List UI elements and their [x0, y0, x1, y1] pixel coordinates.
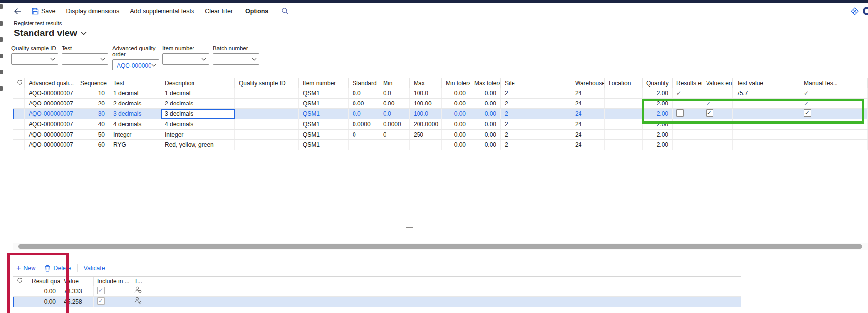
cell-sequence[interactable]: 60	[76, 140, 109, 150]
cell-warehouse[interactable]: 24	[571, 109, 605, 119]
column-header-order[interactable]: Advanced quali...↑	[25, 78, 76, 88]
chevron-down-icon[interactable]	[252, 58, 257, 61]
cell-min[interactable]: 0.0	[379, 88, 410, 98]
cell-min_tolerance[interactable]: 0.00	[442, 109, 470, 119]
grid-row[interactable]: AQO-000000007101 decimal1 decimalQSM10.0…	[13, 88, 868, 99]
chevron-down-icon[interactable]	[201, 58, 206, 61]
diamond-grid-icon[interactable]	[851, 7, 859, 15]
cell-test[interactable]: 1 decimal	[109, 88, 161, 98]
advanced-quality-order-combo[interactable]	[112, 59, 159, 70]
column-header-sequence[interactable]: Sequence ...	[76, 78, 109, 88]
grid-row[interactable]: AQO-000000007404 decimals4 decimalsQSM10…	[13, 119, 868, 130]
cell-_sel[interactable]	[13, 99, 25, 108]
cell-manual_test[interactable]	[800, 130, 868, 139]
cell-max[interactable]: 100.00	[410, 99, 442, 108]
delete-button[interactable]: Delete	[44, 265, 71, 272]
horizontal-scrollbar[interactable]	[13, 243, 868, 250]
cell-max[interactable]: 100.0	[410, 88, 442, 98]
cell-values_entered[interactable]	[702, 109, 733, 119]
column-header-value[interactable]: Value	[60, 277, 94, 286]
column-header-values_entered[interactable]: Values ent...	[702, 78, 733, 88]
cell-results_entered[interactable]	[673, 140, 702, 150]
cell-min[interactable]: 0.00	[379, 99, 410, 108]
quality-sample-id-input[interactable]	[15, 54, 51, 65]
cell-quantity[interactable]: 2.00	[643, 88, 673, 98]
column-header-quantity[interactable]: Quantity	[643, 78, 673, 88]
cell-_sel[interactable]	[13, 88, 25, 98]
cell-value[interactable]: 78.333	[60, 286, 94, 296]
cell-min[interactable]: 0.0000	[379, 119, 410, 129]
add-supplemental-tests-button[interactable]: Add supplemental tests	[130, 8, 194, 15]
cell-results_entered[interactable]	[673, 99, 702, 108]
cell-min[interactable]	[379, 140, 410, 150]
cell-max[interactable]: 200.0000	[410, 119, 442, 129]
cell-item_number[interactable]: QSM1	[299, 130, 349, 139]
column-header-item_number[interactable]: Item number	[299, 78, 349, 88]
cell-test_value[interactable]	[733, 130, 800, 139]
grid-row[interactable]: AQO-000000007202 decimals2 decimalsQSM10…	[13, 99, 868, 109]
cell-max_tolerance[interactable]: 0.00	[470, 119, 501, 129]
cell-location[interactable]	[605, 99, 643, 108]
view-title-dropdown[interactable]: Standard view	[14, 28, 87, 38]
cell-quantity[interactable]: 2.00	[643, 130, 673, 139]
cell-result_quantity[interactable]: 0.00	[28, 297, 60, 307]
cell-results_entered[interactable]	[673, 119, 702, 129]
cell-_sel[interactable]	[13, 286, 28, 296]
cell-description[interactable]: 3 decimals	[161, 109, 235, 119]
cell-description[interactable]: 4 decimals	[161, 119, 235, 129]
advanced-quality-order-input[interactable]	[116, 60, 152, 70]
cell-order[interactable]: AQO-000000007	[25, 140, 76, 150]
cell-max_tolerance[interactable]: 0.00	[470, 140, 501, 150]
cell-test_value[interactable]	[733, 99, 800, 108]
batch-number-combo[interactable]	[213, 53, 259, 65]
cell-quantity[interactable]: 2.00	[643, 119, 673, 129]
column-header-warehouse[interactable]: Warehouse	[571, 78, 605, 88]
cell-quality_sample_id[interactable]	[235, 140, 299, 150]
cell-manual_test[interactable]	[800, 140, 868, 150]
cell-warehouse[interactable]: 24	[571, 130, 605, 139]
chevron-down-icon[interactable]	[50, 58, 55, 61]
cell-test[interactable]: RYG	[109, 140, 161, 150]
cell-order[interactable]: AQO-000000007	[25, 109, 76, 119]
cell-standard[interactable]: 0.00	[349, 99, 379, 108]
cell-max[interactable]: 100.0	[410, 109, 442, 119]
cell-description[interactable]: 2 decimals	[161, 99, 235, 108]
cell-manual_test[interactable]: ✓	[800, 99, 868, 108]
test-combo[interactable]	[62, 53, 108, 65]
cell-sequence[interactable]: 20	[76, 99, 109, 108]
cell-item_number[interactable]: QSM1	[299, 88, 349, 98]
cell-site[interactable]: 2	[501, 109, 571, 119]
options-button[interactable]: Options	[245, 8, 268, 15]
cell-manual_test[interactable]: ✓	[800, 88, 868, 98]
clear-filter-button[interactable]: Clear filter	[205, 8, 233, 15]
refresh-icon[interactable]	[13, 78, 25, 88]
account-avatar-icon[interactable]	[863, 7, 868, 15]
column-header-test[interactable]: Test	[109, 78, 161, 88]
cell-quality_sample_id[interactable]	[235, 109, 299, 119]
cell-values_entered[interactable]	[702, 119, 733, 129]
cell-order[interactable]: AQO-000000007	[25, 88, 76, 98]
cell-max_tolerance[interactable]: 0.00	[470, 88, 501, 98]
splitter-handle[interactable]	[406, 227, 413, 228]
column-header-location[interactable]: Location	[605, 78, 643, 88]
column-header-max[interactable]: Max	[410, 78, 442, 88]
column-header-min_tolerance[interactable]: Min tolera...	[442, 78, 470, 88]
cell-test_value[interactable]	[733, 109, 800, 119]
cell-max[interactable]	[410, 140, 442, 150]
cell-results_entered[interactable]: ✓	[673, 88, 702, 98]
cell-result_quantity[interactable]: 0.00	[28, 286, 60, 296]
cell-item_number[interactable]: QSM1	[299, 140, 349, 150]
validate-button[interactable]: Validate	[84, 265, 105, 272]
cell-test_value[interactable]	[733, 119, 800, 129]
cell-include[interactable]	[94, 297, 130, 307]
grid-row[interactable]: AQO-00000000760RYGRed, yellow, greenQSM1…	[13, 140, 868, 150]
item-number-combo[interactable]	[162, 53, 209, 65]
cell-quality_sample_id[interactable]	[235, 119, 299, 129]
quality-sample-id-combo[interactable]	[11, 53, 58, 65]
column-header-site[interactable]: Site	[501, 78, 571, 88]
chevron-down-icon[interactable]	[100, 58, 105, 61]
column-header-description[interactable]: Description	[161, 78, 235, 88]
cell-site[interactable]: 2	[501, 140, 571, 150]
cell-min_tolerance[interactable]: 0.00	[442, 88, 470, 98]
cell-item_number[interactable]: QSM1	[299, 109, 349, 119]
